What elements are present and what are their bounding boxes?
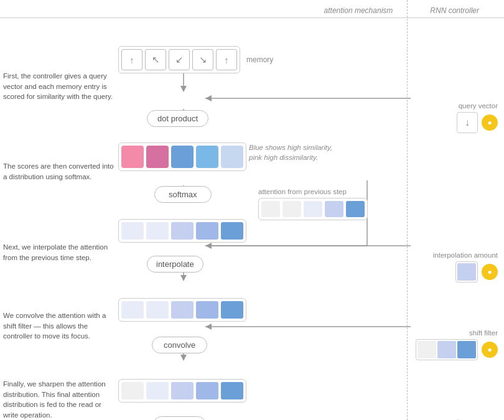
color-cell-1 [121,146,144,168]
left-text-1: First, the controller gives a query vect… [3,71,115,102]
shift-cell-1 [418,341,436,358]
attn-after-convolve [118,379,246,403]
mem-arrow-5: ↑ [216,49,237,70]
header-row: attention mechanism RNN controller [0,0,504,18]
pa-cell-3 [304,201,322,217]
ac-cell-1 [121,382,144,399]
ai-cell-3 [171,301,194,319]
convolve-label: convolve [152,337,207,353]
color-mem-cells [118,142,246,171]
memory-cells: ↑ ↖ ↙ ↘ ↑ [118,46,240,73]
left-text-5: Finally, we sharpen the attention distri… [3,379,115,420]
shift-cells [416,339,478,360]
interp-panel: interpolation amount ● [433,251,498,282]
shift-gold-circle: ● [482,342,498,358]
softmax-label: softmax [154,186,212,203]
ac-cell-5 [221,382,243,399]
query-vector-label: query vector [459,102,498,110]
ai-cell-2 [146,301,169,319]
interp-cell-1 [457,263,476,281]
ai-cell-1 [121,301,144,319]
content-area: First, the controller gives a query vect… [0,40,504,420]
dot-product-box: dot product [147,110,208,127]
ac-cell-4 [196,382,218,399]
pa-cell-5 [346,201,365,217]
mem-arrow-4: ↘ [192,49,213,70]
color-cell-3 [171,146,194,168]
left-text-4: We convolve the attention with a shift f… [3,310,115,342]
rnn-header: RNN controller [430,6,479,15]
color-cell-2 [146,146,169,168]
mem-arrow-2: ↖ [145,49,166,70]
mem-arrow-3: ↙ [169,49,190,70]
pa-cell-4 [325,201,343,217]
sharpen-box: sharpen [153,416,206,420]
similarity-note: Blue shows high similarity,pink high dis… [249,142,373,162]
shift-cell-3 [457,341,476,358]
attn-after-interp [118,298,246,322]
mem-arrow-1: ↑ [121,49,142,70]
color-cell-5 [221,146,243,168]
prev-attn-label: attention from previous step [258,188,368,195]
query-vector-panel: query vector ↓ ● [457,102,498,133]
column-divider [407,0,408,420]
prev-attn-panel: attention from previous step [258,188,368,220]
as-cell-3 [171,222,194,240]
interp-cells [455,261,478,282]
interpolate-box: interpolate [147,256,203,273]
softmax-box: softmax [154,186,212,203]
shift-filter-label: shift filter [469,329,498,337]
as-cell-5 [221,222,243,240]
color-cell-4 [196,146,218,168]
as-cell-1 [121,222,144,240]
ac-cell-3 [171,382,194,399]
pa-cell-1 [261,201,280,217]
prev-attn-cells [258,198,368,220]
query-gold-circle: ● [482,114,498,131]
memory-label: memory [246,55,273,64]
interpolate-label: interpolate [147,256,203,273]
ai-cell-4 [196,301,218,319]
ac-cell-2 [146,382,169,399]
query-arrow-box: ↓ [457,112,478,133]
convolve-box: convolve [152,337,207,353]
attn-after-softmax [118,219,246,243]
shift-filter-panel: shift filter ● [416,329,498,360]
as-cell-2 [146,222,169,240]
attention-header: attention mechanism [324,6,393,15]
as-cell-4 [196,222,218,240]
left-text-2: The scores are then converted into a dis… [3,161,115,182]
sharpen-label: sharpen [153,416,206,420]
dot-product-label: dot product [147,110,208,127]
main-container: attention mechanism RNN controller [0,0,504,420]
interp-label: interpolation amount [433,251,498,259]
pa-cell-2 [282,201,301,217]
left-text-3: Next, we interpolate the attention from … [3,242,115,263]
ai-cell-5 [221,301,243,319]
memory-row: ↑ ↖ ↙ ↘ ↑ memory [118,46,273,73]
shift-cell-2 [437,341,456,358]
interp-gold-circle: ● [482,264,498,280]
